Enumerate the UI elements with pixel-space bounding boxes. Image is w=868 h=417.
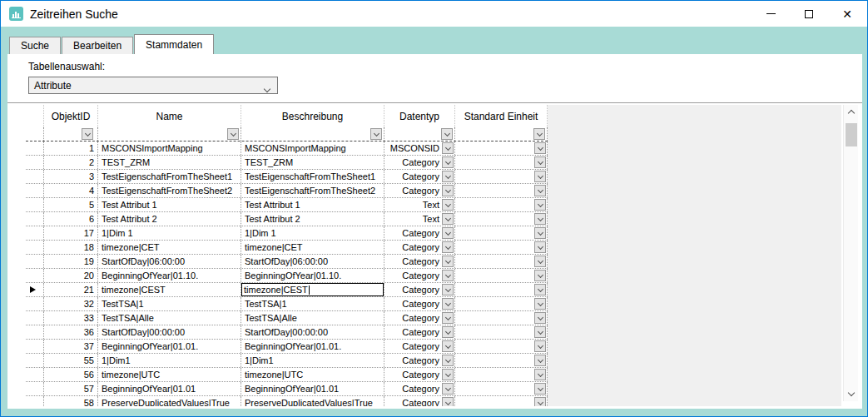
cell-datentyp[interactable]: Category	[384, 354, 455, 367]
column-header-standard-einheit[interactable]: Standard Einheit	[455, 105, 548, 127]
cell-objektid[interactable]: 36	[44, 325, 98, 339]
maximize-button[interactable]	[790, 1, 828, 27]
table-row[interactable]: 32TestTSA|1TestTSA|1Category	[26, 297, 548, 311]
cell-beschreibung[interactable]: TestEigenschaftFromTheSheet1	[241, 170, 384, 183]
cell-standard-einheit[interactable]	[455, 325, 548, 339]
cell-name[interactable]: PreserveDuplicatedValues|True	[98, 396, 241, 406]
datentyp-dropdown-button[interactable]	[442, 326, 454, 338]
standard-einheit-dropdown-button[interactable]	[534, 185, 546, 196]
cell-standard-einheit[interactable]	[455, 269, 548, 282]
row-selector-cell[interactable]	[26, 156, 44, 169]
cell-datentyp[interactable]: Category	[384, 297, 455, 310]
filter-dropdown-button[interactable]	[441, 128, 453, 140]
datentyp-dropdown-button[interactable]	[442, 199, 454, 211]
datentyp-dropdown-button[interactable]	[442, 241, 454, 253]
datentyp-dropdown-button[interactable]	[442, 355, 454, 366]
standard-einheit-dropdown-button[interactable]	[534, 199, 546, 211]
cell-beschreibung[interactable]: PreserveDuplicatedValues|True	[241, 396, 384, 406]
cell-objektid[interactable]: 56	[44, 368, 98, 381]
table-row[interactable]: 33TestTSA|AlleTestTSA|AlleCategory	[26, 311, 548, 325]
standard-einheit-dropdown-button[interactable]	[534, 284, 546, 295]
cell-name[interactable]: Test Attribut 2	[98, 212, 241, 226]
tab-bearbeiten[interactable]: Bearbeiten	[62, 37, 133, 54]
cell-objektid[interactable]: 21	[44, 283, 98, 296]
cell-datentyp[interactable]: Text	[384, 212, 455, 226]
table-row[interactable]: 4TestEigenschaftFromTheSheet2TestEigensc…	[26, 184, 548, 198]
datentyp-dropdown-button[interactable]	[442, 171, 454, 182]
cell-standard-einheit[interactable]	[455, 226, 548, 240]
datentyp-dropdown-button[interactable]	[442, 383, 454, 395]
cell-objektid[interactable]: 6	[44, 212, 98, 226]
standard-einheit-dropdown-button[interactable]	[534, 312, 546, 324]
column-header-datentyp[interactable]: Datentyp	[384, 105, 455, 127]
cell-datentyp[interactable]: Category	[384, 396, 455, 406]
minimize-button[interactable]	[751, 1, 790, 27]
cell-objektid[interactable]: 33	[44, 311, 98, 325]
row-selector-cell[interactable]	[26, 141, 44, 155]
cell-datentyp[interactable]: Category	[384, 368, 455, 381]
cell-standard-einheit[interactable]	[455, 198, 548, 211]
cell-name[interactable]: TestEigenschaftFromTheSheet1	[98, 170, 241, 183]
cell-name[interactable]: timezone|CET	[98, 241, 241, 254]
cell-name[interactable]: BeginningOfYear|01.01	[98, 382, 241, 395]
row-selector-cell[interactable]	[26, 340, 44, 353]
cell-name[interactable]: MSCONSImportMapping	[98, 141, 241, 155]
datentyp-dropdown-button[interactable]	[442, 284, 454, 295]
cell-beschreibung[interactable]: Test Attribut 1	[241, 198, 384, 211]
cell-standard-einheit[interactable]	[455, 297, 548, 310]
cell-beschreibung[interactable]: TestTSA|1	[241, 297, 384, 310]
cell-name[interactable]: TEST_ZRM	[98, 156, 241, 169]
column-header-beschreibung[interactable]: Beschreibung	[241, 105, 384, 127]
standard-einheit-dropdown-button[interactable]	[534, 383, 546, 395]
cell-beschreibung[interactable]: Test Attribut 2	[241, 212, 384, 226]
cell-objektid[interactable]: 1	[44, 141, 98, 155]
datentyp-dropdown-button[interactable]	[442, 213, 454, 225]
datentyp-dropdown-button[interactable]	[442, 312, 454, 324]
cell-standard-einheit[interactable]	[455, 156, 548, 169]
standard-einheit-dropdown-button[interactable]	[534, 326, 546, 338]
cell-beschreibung[interactable]: TestEigenschaftFromTheSheet2	[241, 184, 384, 197]
cell-objektid[interactable]: 4	[44, 184, 98, 197]
table-row[interactable]: 551|Dim11|Dim1Category	[26, 354, 548, 368]
table-row[interactable]: 36StartOfDay|00:00:00StartOfDay|00:00:00…	[26, 325, 548, 340]
cell-objektid[interactable]: 3	[44, 170, 98, 183]
table-row[interactable]: 18timezone|CETtimezone|CETCategory	[26, 241, 548, 255]
cell-standard-einheit[interactable]	[455, 241, 548, 254]
cell-objektid[interactable]: 17	[44, 226, 98, 240]
table-row[interactable]: 2TEST_ZRMTEST_ZRMCategory	[26, 156, 548, 170]
cell-datentyp[interactable]: Category	[384, 170, 455, 183]
standard-einheit-dropdown-button[interactable]	[534, 241, 546, 253]
standard-einheit-dropdown-button[interactable]	[534, 227, 546, 239]
cell-name[interactable]: Test Attribut 1	[98, 198, 241, 211]
datentyp-dropdown-button[interactable]	[442, 369, 454, 380]
standard-einheit-dropdown-button[interactable]	[534, 213, 546, 225]
cell-datentyp[interactable]: Category	[384, 184, 455, 197]
cell-standard-einheit[interactable]	[455, 311, 548, 325]
cell-standard-einheit[interactable]	[455, 255, 548, 268]
cell-name[interactable]: TestEigenschaftFromTheSheet2	[98, 184, 241, 197]
cell-name[interactable]: StartOfDay|00:00:00	[98, 325, 241, 339]
cell-beschreibung[interactable]: StartOfDay|06:00:00	[241, 255, 384, 268]
cell-standard-einheit[interactable]	[455, 170, 548, 183]
datentyp-dropdown-button[interactable]	[442, 142, 454, 154]
vertical-scrollbar[interactable]	[843, 105, 858, 401]
column-header-name[interactable]: Name	[98, 105, 241, 127]
cell-datentyp[interactable]: Category	[384, 283, 455, 296]
cell-editor-input[interactable]: timezone|CEST	[241, 283, 384, 296]
cell-name[interactable]: BeginningOfYear|01.10.	[98, 269, 241, 282]
table-row[interactable]: 58PreserveDuplicatedValues|TruePreserveD…	[26, 396, 548, 406]
cell-beschreibung[interactable]: TestTSA|Alle	[241, 311, 384, 325]
table-row[interactable]: 1MSCONSImportMappingMSCONSImportMappingM…	[26, 141, 548, 156]
table-row[interactable]: 37BeginningOfYear|01.01.BeginningOfYear|…	[26, 340, 548, 354]
standard-einheit-dropdown-button[interactable]	[534, 171, 546, 182]
cell-name[interactable]: BeginningOfYear|01.01.	[98, 340, 241, 353]
filter-dropdown-button[interactable]	[370, 128, 382, 140]
row-selector-cell[interactable]	[26, 198, 44, 211]
cell-objektid[interactable]: 58	[44, 396, 98, 406]
cell-name[interactable]: TestTSA|1	[98, 297, 241, 310]
cell-datentyp[interactable]: Category	[384, 340, 455, 353]
scroll-up-button[interactable]	[844, 105, 859, 119]
tabellenauswahl-combobox[interactable]: Attribute	[28, 77, 278, 94]
row-selector-cell[interactable]	[26, 269, 44, 282]
datentyp-dropdown-button[interactable]	[442, 185, 454, 196]
